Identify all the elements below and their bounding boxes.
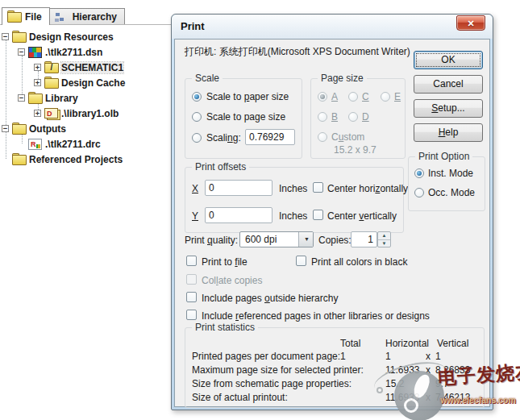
offset-x-input[interactable]: 0 [205,180,272,196]
include-referenced-checkbox[interactable] [186,310,197,320]
offset-y-input[interactable]: 0 [205,207,272,223]
inst-mode-radio[interactable] [414,168,424,178]
page-size-b-label[interactable]: B [331,111,338,123]
print-all-colors-black-checkbox[interactable] [296,256,306,266]
scale-to-paper-label[interactable]: Scale to paper size [206,91,289,102]
tab-hierarchy-label: Hierarchy [73,11,117,23]
tree-item-label: Outputs [29,123,66,135]
scale-to-page-label[interactable]: Scale to page size [206,111,285,123]
collate-copies-checkbox[interactable] [186,274,197,285]
stats-header-horizontal: Horizontal [385,338,429,349]
ok-button[interactable]: OK [414,51,483,69]
tree-item-schematic1[interactable]: + SCHEMATIC1 [34,60,173,75]
print-option-legend: Print Option [415,151,472,162]
cancel-button[interactable]: Cancel [414,75,483,94]
offset-y-label: Y [192,210,198,222]
print-to-file-checkbox[interactable] [186,256,197,266]
include-pages-outside-checkbox[interactable] [186,292,197,302]
stats-row-label: Size of actual printout: [192,392,288,403]
folder-icon [28,92,42,104]
tab-file[interactable]: File [2,7,50,25]
stats-row: Printed pages per document page: 1 1 x 1 [185,351,484,364]
page-size-a-radio[interactable] [318,92,327,102]
center-vertically-checkbox[interactable] [313,210,323,220]
tree-item-referenced-projects[interactable]: Referenced Projects [2,152,173,167]
scaling-label[interactable]: Scaling: [206,132,241,143]
tree-item-tlk2711-drc[interactable]: .\tlk2711.drc [18,136,173,152]
tree-expander[interactable]: − [2,33,9,40]
tree-expander[interactable]: + [34,79,41,86]
offset-x-label: X [192,183,198,194]
scale-group-legend: Scale [192,73,223,84]
setup-button[interactable]: Setup... [414,99,483,118]
page-size-c-label[interactable]: C [362,91,369,102]
page-size-d-label[interactable]: D [362,111,369,123]
stats-row-separator: x [426,351,431,362]
close-button[interactable] [456,15,485,31]
tree-item-library1-olb[interactable]: + .\library1.olb [34,106,173,121]
stats-row-vertical: 8.26833 [435,364,470,376]
folder-icon [12,153,26,165]
tree-expander[interactable]: − [18,48,25,56]
inst-mode-label[interactable]: Inst. Mode [428,168,473,179]
center-vertically-label[interactable]: Center vertically [327,210,397,222]
stats-row-label: Maximum page size for selected printer: [192,364,364,376]
scale-to-page-radio[interactable] [192,112,202,122]
hierarchy-icon [55,12,69,23]
scale-group: Scale Scale to paper size Scale to page … [185,78,302,159]
stats-row: Size of actual printout: 11.6933 x 7.462… [185,392,484,405]
collate-copies-label: Collate copies [202,275,262,286]
include-pages-outside-label[interactable]: Include pages outside hierarchy [202,293,338,304]
tree-expander[interactable]: + [34,64,41,71]
dialog-body: 打印机: 系统打印机(Microsoft XPS Document Writer… [174,39,490,407]
occ-mode-radio[interactable] [414,188,424,198]
scale-to-paper-radio[interactable] [192,92,202,102]
print-to-file-label[interactable]: Print to file [202,256,248,268]
stats-header-vertical: Vertical [437,338,468,349]
tree-expander[interactable]: − [18,94,25,102]
page-size-d-radio[interactable] [348,112,358,122]
tree-item-tlk2711-dsn[interactable]: − .\tlk2711.dsn [18,44,173,60]
stats-row: Maximum page size for selected printer: … [185,364,484,377]
tree-expander[interactable]: − [2,125,9,132]
stats-row-label: Size from schematic page properties: [192,378,352,389]
page-size-group: Page size A C E B D Custom 15.2 x 9.7 [310,78,406,159]
help-button[interactable]: Help [414,123,483,142]
printer-label: 打印机: 系统打印机(Microsoft XPS Document Writer… [185,46,412,58]
page-size-b-radio[interactable] [318,112,327,122]
print-quality-value: 600 dpi [245,234,277,245]
copies-input[interactable]: 1 [351,231,377,247]
page-size-e-radio[interactable] [381,92,390,102]
page-size-a-label[interactable]: A [331,91,338,102]
page-size-e-label[interactable]: E [394,91,401,102]
scaling-radio[interactable] [192,133,202,143]
offset-x-unit: Inches [279,183,307,194]
occ-mode-label[interactable]: Occ. Mode [428,187,475,198]
center-horizontally-label[interactable]: Center horizontally [327,183,408,194]
tree-item-design-cache[interactable]: + Design Cache [34,75,173,90]
page-size-custom-radio[interactable] [318,132,327,142]
stats-row-vertical: 1 [435,351,441,362]
stats-row-label: Printed pages per document page: [192,351,340,362]
tree-expander[interactable]: + [34,110,41,117]
tree-item-outputs[interactable]: − Outputs [2,121,173,136]
page-size-c-radio[interactable] [348,92,358,102]
print-quality-dropdown[interactable]: 600 dpi [239,231,314,247]
center-horizontally-checkbox[interactable] [313,182,323,193]
folder-icon [44,77,58,89]
page-size-custom-label[interactable]: Custom [331,131,364,143]
tree-item-label: Library [45,93,78,104]
include-referenced-label[interactable]: Include referenced pages in other librar… [202,310,430,322]
dialog-title: Print [181,20,205,32]
tab-hierarchy[interactable]: Hierarchy [49,8,125,25]
offset-y-unit: Inches [279,210,307,222]
tree-item-design-resources[interactable]: − Design Resources [2,29,173,44]
tree-item-library[interactable]: − Library [18,90,173,106]
copies-stepper[interactable] [377,231,391,247]
stats-row-separator: x [426,392,431,403]
dialog-titlebar[interactable]: Print [172,15,493,39]
scaling-input[interactable]: 0.76929 [245,129,295,145]
print-all-colors-black-label[interactable]: Print all colors in black [311,256,407,268]
stats-row-vertical: 7.46213 [435,392,470,403]
tree-item-label: SCHEMATIC1 [61,62,123,73]
